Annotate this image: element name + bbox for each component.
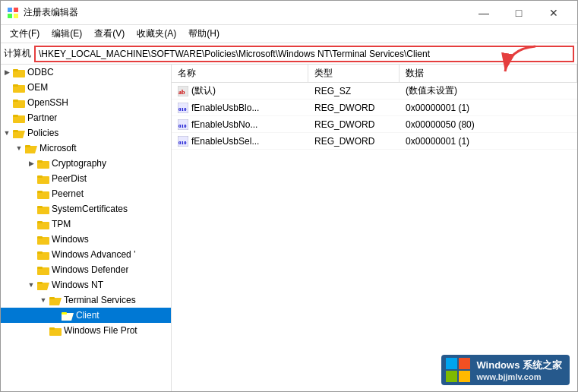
tree-item-tpm[interactable]: TPM (1, 217, 171, 232)
folder-icon-tpm (37, 219, 49, 229)
tree-item-peernet[interactable]: Peernet (1, 186, 171, 201)
reg-sz-icon: ab (178, 86, 188, 96)
minimize-button[interactable]: — (466, 1, 501, 25)
tree-item-systemcertificates[interactable]: SystemCertificates (1, 201, 171, 217)
svg-rect-17 (37, 160, 43, 163)
tree-label-terminalservices: Terminal Services (64, 295, 136, 305)
cell-name-1: 010 fEnableUsbBlo... (172, 103, 308, 113)
tree-expander-microsoft[interactable] (13, 142, 25, 154)
folder-icon-peernet (37, 188, 49, 199)
menu-favorites[interactable]: 收藏夹(A) (131, 26, 182, 42)
folder-icon-partner (13, 112, 25, 123)
tree-expander-odbc[interactable] (1, 66, 13, 78)
folder-icon-terminalservices (49, 295, 62, 305)
main-content: ODBC OEM OpenSSH Partner Policies Micros… (1, 65, 577, 391)
table-row[interactable]: 010 fEnableUsbBlo...REG_DWORD0x00000001 … (172, 100, 577, 116)
watermark-logo-icon (446, 358, 470, 382)
svg-rect-29 (37, 251, 43, 254)
tree-item-peerdist[interactable]: PeerDist (1, 171, 171, 186)
svg-text:ab: ab (178, 89, 185, 96)
svg-rect-2 (8, 14, 12, 18)
cell-name-0: ab (默认) (172, 84, 308, 97)
cell-data-2: 0x00000050 (80) (400, 119, 577, 130)
tree-label-openssh: OpenSSH (27, 97, 68, 108)
tree-item-odbc[interactable]: ODBC (1, 65, 171, 80)
tree-label-peerdist: PeerDist (52, 173, 87, 184)
tree-item-terminalservices[interactable]: Terminal Services (1, 292, 171, 308)
tree-expander-policies[interactable] (1, 127, 13, 139)
menu-edit[interactable]: 编辑(E) (46, 26, 88, 42)
folder-icon-systemcertificates (37, 204, 49, 214)
svg-rect-7 (13, 84, 18, 87)
address-label: 计算机 (4, 47, 31, 60)
tree-item-openssh[interactable]: OpenSSH (1, 95, 171, 110)
tree-expander-systemcertificates (25, 203, 37, 215)
tree-item-windowsfileprot[interactable]: Windows File Prot (1, 323, 171, 338)
tree-item-client[interactable]: Client (1, 308, 171, 323)
tree-expander-terminalservices[interactable] (37, 294, 49, 306)
menu-help[interactable]: 帮助(H) (182, 26, 226, 42)
table-body: ab (默认)REG_SZ(数值未设置) 010 fEnableUsbBlo..… (172, 83, 577, 391)
cell-type-0: REG_SZ (308, 86, 400, 96)
tree-item-windowsadvanced[interactable]: Windows Advanced ’ (1, 247, 171, 262)
tree-item-partner[interactable]: Partner (1, 110, 171, 125)
folder-icon-windowsadvanced (37, 249, 49, 260)
tree-label-odbc: ODBC (27, 67, 54, 77)
tree-label-oem: OEM (27, 82, 48, 93)
tree-item-cryptography[interactable]: Cryptography (1, 156, 171, 171)
tree-label-microsoft: Microsoft (39, 143, 77, 153)
col-header-data[interactable]: 数据 (400, 65, 577, 82)
col-header-type[interactable]: 类型 (308, 65, 400, 82)
tree-expander-openssh (1, 96, 13, 109)
tree-expander-peernet (25, 188, 37, 200)
menu-file[interactable]: 文件(F) (4, 26, 46, 42)
folder-icon-oem (13, 82, 25, 93)
menu-view[interactable]: 查看(V) (88, 26, 131, 42)
tree-expander-windowsadvanced (25, 248, 37, 261)
svg-rect-39 (49, 327, 55, 330)
svg-rect-37 (62, 312, 67, 315)
tree-expander-windowsnt[interactable] (25, 279, 37, 291)
svg-rect-50 (459, 358, 470, 369)
tree-item-windowsnt[interactable]: Windows NT (1, 277, 171, 292)
tree-item-oem[interactable]: OEM (1, 80, 171, 95)
address-input[interactable] (34, 46, 574, 62)
svg-rect-9 (13, 100, 18, 102)
col-header-name[interactable]: 名称 (172, 65, 308, 82)
table-row[interactable]: 010 fEnableUsbNo...REG_DWORD0x00000050 (… (172, 116, 577, 133)
watermark-url: www.bjjmlv.com (476, 372, 562, 381)
folder-icon-windowsfileprot (49, 325, 62, 336)
cell-type-2: REG_DWORD (308, 119, 400, 130)
tree-label-tpm: TPM (52, 219, 71, 229)
tree-item-windowsdefender[interactable]: Windows Defender (1, 262, 171, 277)
svg-rect-31 (37, 267, 43, 269)
tree-expander-cryptography[interactable] (25, 157, 37, 169)
folder-icon-odbc (13, 67, 25, 77)
window-title: 注册表编辑器 (24, 6, 466, 19)
svg-rect-13 (13, 130, 18, 132)
table-row[interactable]: ab (默认)REG_SZ(数值未设置) (172, 83, 577, 100)
window-controls: — □ ✕ (466, 1, 571, 25)
reg-dword-icon: 010 (178, 136, 188, 147)
svg-text:010: 010 (178, 140, 187, 146)
svg-rect-3 (14, 14, 18, 18)
svg-rect-11 (13, 115, 18, 117)
watermark-text: Windows 系统之家 (476, 359, 562, 372)
table-row[interactable]: 010 fEnableUsbSel...REG_DWORD0x00000001 … (172, 133, 577, 150)
cell-name-2: 010 fEnableUsbNo... (172, 119, 308, 130)
tree-label-peernet: Peernet (52, 188, 84, 199)
tree-expander-peerdist (25, 172, 37, 185)
folder-icon-openssh (13, 97, 25, 108)
tree-label-windowsnt: Windows NT (52, 280, 103, 290)
main-window: 注册表编辑器 — □ ✕ 文件(F) 编辑(E) 查看(V) 收藏夹(A) 帮助… (0, 0, 578, 392)
maximize-button[interactable]: □ (501, 1, 536, 25)
cell-type-1: REG_DWORD (308, 103, 400, 113)
table-header: 名称 类型 数据 (172, 65, 577, 83)
tree-item-policies[interactable]: Policies (1, 125, 171, 141)
tree-label-policies: Policies (27, 128, 58, 138)
app-icon (7, 7, 19, 19)
tree-expander-client (49, 309, 62, 321)
close-button[interactable]: ✕ (536, 1, 571, 25)
tree-item-windows[interactable]: Windows (1, 232, 171, 247)
tree-item-microsoft[interactable]: Microsoft (1, 141, 171, 156)
